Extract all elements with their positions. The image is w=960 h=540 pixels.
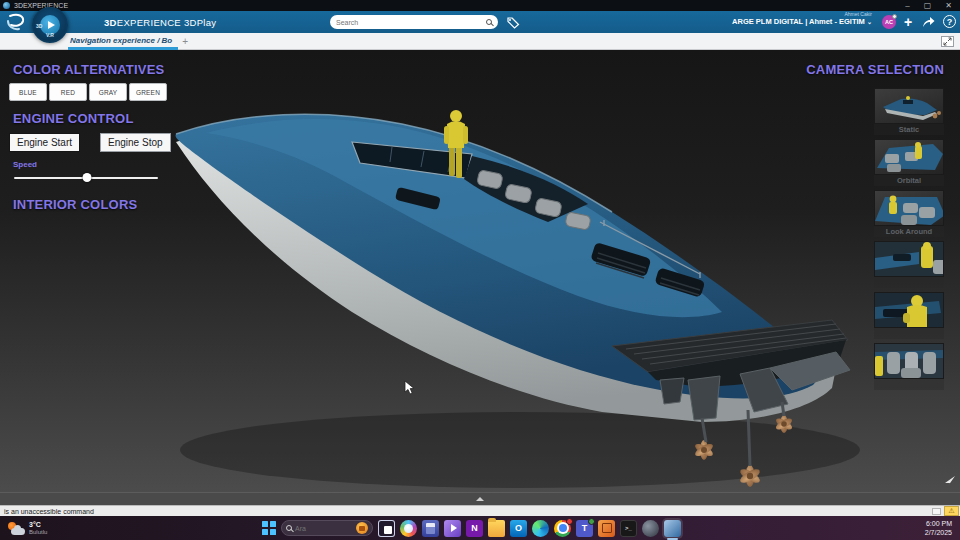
share-button[interactable] <box>920 14 936 30</box>
camera-thumb-label <box>874 328 944 339</box>
engine-control-heading: ENGINE CONTROL <box>13 111 243 126</box>
avatar[interactable]: AC <box>882 15 896 29</box>
camera-thumb-label: Orbital <box>874 175 944 186</box>
clock-date: 2/7/2025 <box>925 528 952 537</box>
start-button[interactable] <box>262 521 276 535</box>
left-control-panel: COLOR ALTERNATIVES BLUEREDGRAYGREEN ENGI… <box>13 62 243 212</box>
engine-buttons: Engine Start Engine Stop <box>9 133 243 152</box>
status-message: is an unaccessible command <box>0 508 932 515</box>
color-button-gray[interactable]: GRAY <box>89 83 127 101</box>
app-title: 3DEXPERIENCE 3DPlay <box>104 17 216 28</box>
camera-thumb-label: Static <box>874 124 944 135</box>
window-titlebar: 3DEXPERIENCE – ▢ ✕ <box>0 0 960 11</box>
task-view-icon[interactable] <box>378 520 395 537</box>
engine-stop-button[interactable]: Engine Stop <box>100 133 171 152</box>
search-input[interactable] <box>336 19 486 26</box>
maximize-button[interactable]: ▢ <box>924 1 932 10</box>
taskbar-clock[interactable]: 6:00 PM 2/7/2025 <box>925 519 952 537</box>
org-label: ARGE PLM DIGITAL | Ahmet - EGITIM <box>732 17 865 26</box>
camera-thumbnail-look-around[interactable]: Look Around <box>874 190 944 237</box>
camera-thumb-image[interactable] <box>874 343 944 379</box>
screen: 3DEXPERIENCE – ▢ ✕ 3D V.R 3DEXPERIENCE 3… <box>0 0 960 540</box>
robot-pointer-icon[interactable] <box>944 475 956 487</box>
color-button-green[interactable]: GREEN <box>129 83 167 101</box>
action-bar-collapsed[interactable] <box>0 492 960 505</box>
warning-icon[interactable]: ⚠ <box>944 506 959 516</box>
search-highlight-icon <box>356 522 368 534</box>
camera-thumbnail-view-6[interactable] <box>874 343 944 390</box>
camera-thumbnail-view-4[interactable] <box>874 241 944 288</box>
new-tab-button[interactable]: + <box>182 36 188 47</box>
camera-thumb-image[interactable] <box>874 88 944 124</box>
add-content-button[interactable]: + <box>900 14 916 30</box>
camera-selection-heading: CAMERA SELECTION <box>764 62 944 77</box>
tag-icon[interactable] <box>506 17 520 29</box>
close-button[interactable]: ✕ <box>945 1 952 10</box>
copilot-icon[interactable] <box>400 520 417 537</box>
speed-slider-thumb[interactable] <box>83 173 92 182</box>
taskbar: 3°C Bulutlu NOT>_ 6:00 PM 2/7/2025 <box>0 516 960 540</box>
camera-thumb-image[interactable] <box>874 292 944 328</box>
outlook-icon[interactable]: O <box>510 520 527 537</box>
clock-time: 6:00 PM <box>925 519 952 528</box>
camera-thumb-image[interactable] <box>874 139 944 175</box>
3d-viewport[interactable]: COLOR ALTERNATIVES BLUEREDGRAYGREEN ENGI… <box>0 50 960 505</box>
camera-thumb-image[interactable] <box>874 241 944 277</box>
3dexperience-app-icon[interactable] <box>598 520 615 537</box>
red-notification-badge <box>566 518 573 525</box>
weather-widget[interactable]: 3°C Bulutlu <box>7 521 47 536</box>
3dplay-compass-icon[interactable]: 3D V.R <box>32 7 68 43</box>
active-app-icon[interactable] <box>664 520 681 537</box>
speed-slider[interactable] <box>14 173 158 183</box>
teams-icon[interactable]: T <box>576 520 593 537</box>
camera-thumb-image[interactable] <box>874 190 944 226</box>
color-button-blue[interactable]: BLUE <box>9 83 47 101</box>
camera-thumb-label: Look Around <box>874 226 944 237</box>
tab-navigation-experience[interactable]: Navigation experience / Bo <box>70 36 172 47</box>
weather-condition: Bulutlu <box>29 529 47 536</box>
chrome-icon[interactable] <box>554 520 571 537</box>
global-search[interactable] <box>330 15 498 29</box>
camera-thumbnail-orbital[interactable]: Orbital <box>874 139 944 186</box>
mouse-cursor <box>404 380 416 396</box>
color-alternatives-heading: COLOR ALTERNATIVES <box>13 62 243 77</box>
taskbar-search[interactable] <box>281 520 373 536</box>
terminal-icon[interactable]: >_ <box>620 520 637 537</box>
media-player-icon[interactable] <box>444 520 461 537</box>
camera-thumbnail-view-5[interactable] <box>874 292 944 339</box>
weather-temp: 3°C <box>29 521 47 529</box>
taskbar-search-input[interactable] <box>295 525 341 532</box>
dassault-3ds-logo[interactable] <box>4 12 30 32</box>
engine-start-button[interactable]: Engine Start <box>9 133 80 152</box>
interior-colors-heading: INTERIOR COLORS <box>13 197 243 212</box>
window-app-icon <box>3 2 10 9</box>
minimize-button[interactable]: – <box>905 1 909 10</box>
speed-label: Speed <box>13 160 243 169</box>
color-button-red[interactable]: RED <box>49 83 87 101</box>
taskbar-icons: NOT>_ <box>378 520 681 537</box>
onenote-icon[interactable]: N <box>466 520 483 537</box>
camera-selection-panel: CAMERA SELECTION StaticOrbitalLook Aroun… <box>764 62 944 77</box>
taskbar-search-icon <box>286 525 292 531</box>
search-icon[interactable] <box>486 19 492 25</box>
camera-thumb-label <box>874 379 944 390</box>
chevron-down-icon: ⌄ <box>867 19 872 25</box>
color-buttons: BLUEREDGRAYGREEN <box>9 83 243 101</box>
status-bar: is an unaccessible command ⚠ <box>0 505 960 516</box>
user-menu[interactable]: Ahmet Cakir ARGE PLM DIGITAL | Ahmet - E… <box>732 12 872 26</box>
solidworks-icon[interactable] <box>642 520 659 537</box>
camera-thumbnail-static[interactable]: Static <box>874 88 944 135</box>
green-notification-badge <box>588 518 595 525</box>
chevron-up-icon[interactable] <box>476 497 484 501</box>
edge-icon[interactable] <box>532 520 549 537</box>
file-explorer-icon[interactable] <box>488 520 505 537</box>
camera-thumb-label <box>874 277 944 288</box>
tab-bar: Navigation experience / Bo + <box>0 33 960 50</box>
fullscreen-icon[interactable] <box>941 36 954 47</box>
app-bar: 3D V.R 3DEXPERIENCE 3DPlay Ahmet Cakir A… <box>0 11 960 33</box>
help-button[interactable]: ? <box>943 15 956 28</box>
camera-thumbnails: StaticOrbitalLook Around <box>874 88 944 394</box>
calculator-icon[interactable] <box>422 520 439 537</box>
status-dot <box>892 14 897 19</box>
resize-grip-icon[interactable] <box>932 508 941 515</box>
